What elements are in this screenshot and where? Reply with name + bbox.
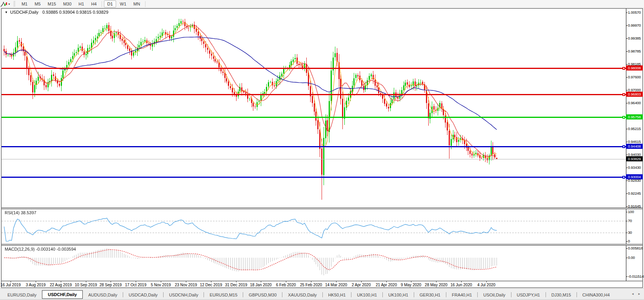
- axis-tick-mark: [626, 51, 628, 52]
- price-axis-tick: 0.96400: [628, 101, 641, 105]
- date-axis-label: 16 Jun 2020: [450, 283, 472, 287]
- macd-axis-tick: 0.00: [628, 255, 635, 260]
- chart-tab-uk100-h1[interactable]: UK100,H1: [383, 291, 414, 299]
- date-axis-label: 10 Sep 2019: [75, 283, 97, 287]
- axis-tick-mark: [626, 13, 628, 13]
- macd-canvas[interactable]: [2, 246, 626, 281]
- chart-tab-eurusd-daily[interactable]: EURUSD,Daily: [2, 291, 42, 299]
- date-axis-tick: [211, 281, 211, 282]
- timeframe-button-m5[interactable]: M5: [31, 0, 44, 7]
- date-axis-tick: [236, 281, 236, 282]
- rsi-pane: RSI(14) 38.5397 10070300: [2, 209, 642, 244]
- date-axis-label: 23 Nov 2019: [175, 283, 197, 287]
- date-axis-tick: [86, 281, 86, 282]
- timeframe-button-h1[interactable]: H1: [75, 0, 87, 7]
- hline-price-badge: 0.94408: [626, 144, 643, 149]
- chart-tab-usdjpy-h1[interactable]: USDJPY,H1: [511, 291, 546, 299]
- timeframe-buttons: M1M5M15M30H1H4D1W1MN: [18, 0, 147, 7]
- price-pane: ▼ USDCHF,Daily 0.93885 0.93904 0.93815 0…: [2, 9, 642, 208]
- date-axis-label: 22 Aug 2019: [50, 283, 72, 287]
- timeframe-button-h4[interactable]: H4: [88, 0, 100, 7]
- chart-tab-hk50-h1[interactable]: HK50,H1: [323, 291, 351, 299]
- axis-tick-mark: [626, 25, 628, 26]
- price-axis-tick: 0.93430: [628, 165, 641, 170]
- chart-tab-xauusd-daily[interactable]: XAUUSD,Daily: [282, 291, 322, 299]
- date-axis-label: 9 May 2020: [401, 283, 421, 287]
- chevron-down-icon[interactable]: ▼: [8, 3, 11, 5]
- axis-tick-mark: [626, 77, 628, 78]
- date-axis-tick: [261, 281, 261, 282]
- chart-tab-audusd-daily[interactable]: AUDUSD,Daily: [83, 291, 123, 299]
- chart-tab-eurusd-m15[interactable]: EURUSD,M15: [204, 291, 243, 299]
- collapse-triangle-icon[interactable]: ▼: [5, 11, 8, 14]
- axis-tick-mark: [626, 168, 628, 168]
- axis-tick-mark: [626, 103, 628, 103]
- chart-tab-usoil-daily[interactable]: USOil,Daily: [478, 291, 511, 299]
- chart-tab-dj30-m15[interactable]: DJ30,M15: [546, 291, 577, 299]
- rsi-axis-line: [626, 209, 626, 244]
- date-axis-label: 17 Oct 2019: [125, 283, 146, 287]
- date-axis[interactable]: 16 Jul 20193 Aug 201922 Aug 201910 Sep 2…: [2, 281, 642, 287]
- chart-tab-usdcnh-daily[interactable]: USDCNH,Daily: [164, 291, 204, 299]
- toolbar-separator: [102, 1, 102, 7]
- price-chart-canvas[interactable]: [2, 9, 626, 208]
- date-axis-tick: [486, 281, 487, 282]
- toolbar-separator: [145, 1, 146, 7]
- date-axis-label: 14 Mar 2020: [325, 283, 347, 287]
- axis-tick-mark: [626, 142, 628, 142]
- price-axis-tick: 0.99970: [628, 23, 641, 28]
- axis-tick-mark: [626, 221, 628, 221]
- price-axis-tick: 0.91645: [628, 204, 641, 209]
- timeframe-button-mn[interactable]: MN: [130, 0, 143, 7]
- hline-price-badge: 0.96803: [626, 92, 643, 97]
- rsi-axis-tick: 0: [628, 239, 630, 244]
- chart-tab-usdchf-daily[interactable]: USDCHF,Daily: [42, 290, 83, 299]
- cursor-tool-icon[interactable]: [0, 1, 7, 7]
- chart-tab-usdcad-daily[interactable]: USDCAD,Daily: [123, 291, 163, 299]
- macd-axis-tick: -0.011514: [628, 274, 644, 279]
- chart-tab-china300-h4[interactable]: CHINA300,H4: [577, 291, 615, 299]
- chart-tab-gbpusd-m30[interactable]: GBPUSD,M30: [243, 291, 282, 299]
- tab-scroll-buttons: ◂ ▸: [632, 292, 640, 296]
- chart-tab-uk100-h1[interactable]: UK100,H1: [351, 291, 382, 299]
- price-axis-tick: 0.95215: [628, 127, 641, 131]
- timeframe-toolbar: ▼ M1M5M15M30H1H4D1W1MN: [0, 0, 644, 8]
- toolbar-drag-handle[interactable]: [13, 1, 15, 7]
- axis-tick-mark: [626, 258, 628, 258]
- date-axis-tick: [61, 281, 61, 282]
- price-axis-tick: 0.98785: [628, 49, 641, 54]
- date-axis-label: 5 Nov 2019: [151, 283, 171, 287]
- axis-tick-mark: [626, 38, 628, 39]
- macd-pane: MACD(12,26,9) -0.003140 -0.003594 0.0058…: [2, 245, 642, 281]
- date-axis-label: 21 Apr 2020: [376, 283, 397, 287]
- hline-price-badge: 0.98008: [626, 65, 643, 70]
- rsi-canvas[interactable]: [2, 209, 626, 244]
- tab-scroll-left-icon[interactable]: ◂: [632, 292, 634, 296]
- date-axis-tick: [411, 281, 411, 282]
- chart-title-symbol: USDCHF,Daily: [10, 10, 38, 14]
- chart-title[interactable]: ▼ USDCHF,Daily 0.93885 0.93904 0.93815 0…: [5, 10, 108, 14]
- timeframe-button-w1[interactable]: W1: [117, 0, 130, 7]
- date-axis-tick: [436, 281, 437, 282]
- tab-scroll-right-icon[interactable]: ▸: [638, 292, 640, 296]
- date-axis-label: 16 Jul 2019: [0, 283, 21, 287]
- timeframe-button-m15[interactable]: M15: [45, 0, 59, 7]
- price-axis-tick: 0.99385: [628, 36, 641, 41]
- axis-tick-mark: [626, 64, 628, 65]
- chart-tab-ger30-h1[interactable]: GER30,H1: [414, 291, 446, 299]
- date-axis-tick: [11, 281, 11, 282]
- date-axis-tick: [161, 281, 161, 282]
- macd-indicator-label: MACD(12,26,9) -0.003140 -0.003594: [5, 247, 76, 251]
- date-axis-tick: [136, 281, 136, 282]
- timeframe-button-d1[interactable]: D1: [104, 0, 116, 7]
- axis-tick-mark: [626, 193, 628, 194]
- date-axis-label: 25 Feb 2020: [300, 283, 322, 287]
- date-axis-tick: [336, 281, 337, 282]
- timeframe-button-m1[interactable]: M1: [18, 0, 31, 7]
- chart-tab-fra40-h1[interactable]: FRA40,H1: [446, 291, 477, 299]
- axis-tick-mark: [626, 181, 628, 181]
- date-axis-label: 31 Dec 2019: [225, 283, 247, 287]
- date-axis-label: 3 Aug 2019: [26, 283, 46, 287]
- date-axis-tick: [311, 281, 311, 282]
- timeframe-button-m30[interactable]: M30: [60, 0, 75, 7]
